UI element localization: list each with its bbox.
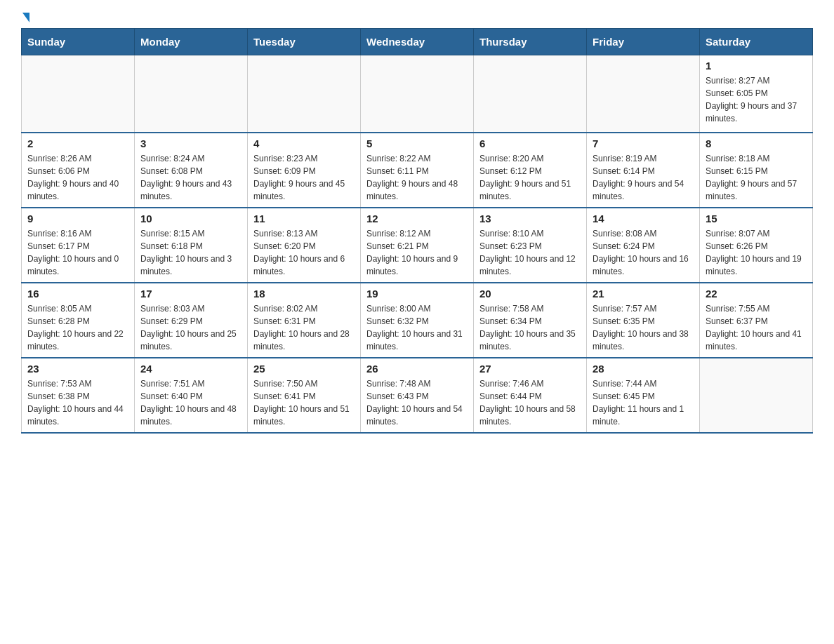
day-number: 9 [27,213,128,224]
calendar-day-cell: 2Sunrise: 8:26 AM Sunset: 6:06 PM Daylig… [22,133,135,208]
calendar-week-row: 2Sunrise: 8:26 AM Sunset: 6:06 PM Daylig… [22,133,813,208]
calendar-day-cell: 14Sunrise: 8:08 AM Sunset: 6:24 PM Dayli… [587,208,700,283]
day-number: 14 [593,213,694,224]
day-number: 13 [479,213,581,224]
calendar-table: SundayMondayTuesdayWednesdayThursdayFrid… [21,28,813,434]
day-info: Sunrise: 8:13 AM Sunset: 6:20 PM Dayligh… [253,227,355,278]
calendar-day-cell [135,55,248,133]
day-number: 26 [366,363,468,375]
day-of-week-header: Thursday [474,29,587,55]
day-of-week-header: Monday [135,29,248,55]
calendar-day-cell: 13Sunrise: 8:10 AM Sunset: 6:23 PM Dayli… [474,208,587,283]
day-number: 28 [593,363,694,375]
calendar-day-cell: 10Sunrise: 8:15 AM Sunset: 6:18 PM Dayli… [135,208,248,283]
day-info: Sunrise: 8:19 AM Sunset: 6:14 PM Dayligh… [593,152,694,203]
calendar-day-cell: 28Sunrise: 7:44 AM Sunset: 6:45 PM Dayli… [587,358,700,433]
calendar-day-cell: 24Sunrise: 7:51 AM Sunset: 6:40 PM Dayli… [135,358,248,433]
day-info: Sunrise: 8:23 AM Sunset: 6:09 PM Dayligh… [253,152,355,203]
calendar-day-cell [361,55,474,133]
calendar-day-cell: 22Sunrise: 7:55 AM Sunset: 6:37 PM Dayli… [700,283,813,358]
calendar-day-cell: 11Sunrise: 8:13 AM Sunset: 6:20 PM Dayli… [248,208,361,283]
day-info: Sunrise: 8:16 AM Sunset: 6:17 PM Dayligh… [27,227,128,278]
day-info: Sunrise: 8:03 AM Sunset: 6:29 PM Dayligh… [140,302,241,353]
calendar-week-row: 9Sunrise: 8:16 AM Sunset: 6:17 PM Daylig… [22,208,813,283]
calendar-day-cell: 23Sunrise: 7:53 AM Sunset: 6:38 PM Dayli… [22,358,135,433]
calendar-header-row: SundayMondayTuesdayWednesdayThursdayFrid… [22,29,813,55]
day-number: 10 [140,213,241,224]
calendar-day-cell [248,55,361,133]
day-number: 18 [253,288,355,300]
calendar-day-cell: 12Sunrise: 8:12 AM Sunset: 6:21 PM Dayli… [361,208,474,283]
calendar-day-cell: 17Sunrise: 8:03 AM Sunset: 6:29 PM Dayli… [135,283,248,358]
day-number: 1 [706,60,807,72]
day-number: 19 [366,288,468,300]
calendar-day-cell: 19Sunrise: 8:00 AM Sunset: 6:32 PM Dayli… [361,283,474,358]
day-number: 22 [706,288,807,300]
calendar-day-cell: 3Sunrise: 8:24 AM Sunset: 6:08 PM Daylig… [135,133,248,208]
day-of-week-header: Saturday [700,29,813,55]
day-info: Sunrise: 8:24 AM Sunset: 6:08 PM Dayligh… [140,152,241,203]
calendar-day-cell: 27Sunrise: 7:46 AM Sunset: 6:44 PM Dayli… [474,358,587,433]
day-info: Sunrise: 8:12 AM Sunset: 6:21 PM Dayligh… [366,227,468,278]
calendar-day-cell: 4Sunrise: 8:23 AM Sunset: 6:09 PM Daylig… [248,133,361,208]
day-number: 16 [27,288,128,300]
calendar-week-row: 16Sunrise: 8:05 AM Sunset: 6:28 PM Dayli… [22,283,813,358]
calendar-day-cell: 15Sunrise: 8:07 AM Sunset: 6:26 PM Dayli… [700,208,813,283]
calendar-day-cell [700,358,813,433]
calendar-day-cell [22,55,135,133]
day-number: 8 [706,137,807,149]
day-of-week-header: Sunday [22,29,135,55]
day-number: 15 [706,213,807,224]
day-info: Sunrise: 8:26 AM Sunset: 6:06 PM Dayligh… [27,152,128,203]
day-of-week-header: Tuesday [248,29,361,55]
calendar-day-cell: 6Sunrise: 8:20 AM Sunset: 6:12 PM Daylig… [474,133,587,208]
day-number: 21 [593,288,694,300]
day-info: Sunrise: 7:48 AM Sunset: 6:43 PM Dayligh… [366,377,468,428]
day-number: 3 [140,137,241,149]
calendar-week-row: 1Sunrise: 8:27 AM Sunset: 6:05 PM Daylig… [22,55,813,133]
day-number: 20 [479,288,581,300]
day-info: Sunrise: 8:22 AM Sunset: 6:11 PM Dayligh… [366,152,468,203]
day-info: Sunrise: 7:46 AM Sunset: 6:44 PM Dayligh… [479,377,581,428]
calendar-day-cell: 26Sunrise: 7:48 AM Sunset: 6:43 PM Dayli… [361,358,474,433]
day-number: 5 [366,137,468,149]
day-info: Sunrise: 8:07 AM Sunset: 6:26 PM Dayligh… [706,227,807,278]
day-number: 23 [27,363,128,375]
day-info: Sunrise: 7:53 AM Sunset: 6:38 PM Dayligh… [27,377,128,428]
day-info: Sunrise: 7:50 AM Sunset: 6:41 PM Dayligh… [253,377,355,428]
day-info: Sunrise: 7:44 AM Sunset: 6:45 PM Dayligh… [593,377,694,428]
calendar-day-cell: 25Sunrise: 7:50 AM Sunset: 6:41 PM Dayli… [248,358,361,433]
day-info: Sunrise: 7:55 AM Sunset: 6:37 PM Dayligh… [706,302,807,353]
calendar-week-row: 23Sunrise: 7:53 AM Sunset: 6:38 PM Dayli… [22,358,813,433]
day-info: Sunrise: 8:20 AM Sunset: 6:12 PM Dayligh… [479,152,581,203]
calendar-day-cell: 18Sunrise: 8:02 AM Sunset: 6:31 PM Dayli… [248,283,361,358]
calendar-day-cell: 8Sunrise: 8:18 AM Sunset: 6:15 PM Daylig… [700,133,813,208]
day-info: Sunrise: 8:00 AM Sunset: 6:32 PM Dayligh… [366,302,468,353]
calendar-day-cell: 7Sunrise: 8:19 AM Sunset: 6:14 PM Daylig… [587,133,700,208]
day-number: 25 [253,363,355,375]
calendar-day-cell: 16Sunrise: 8:05 AM Sunset: 6:28 PM Dayli… [22,283,135,358]
logo [21,14,29,21]
day-of-week-header: Friday [587,29,700,55]
page-header [21,14,813,21]
day-number: 12 [366,213,468,224]
day-number: 6 [479,137,581,149]
calendar-day-cell: 5Sunrise: 8:22 AM Sunset: 6:11 PM Daylig… [361,133,474,208]
calendar-day-cell: 20Sunrise: 7:58 AM Sunset: 6:34 PM Dayli… [474,283,587,358]
day-info: Sunrise: 8:02 AM Sunset: 6:31 PM Dayligh… [253,302,355,353]
day-number: 17 [140,288,241,300]
day-number: 27 [479,363,581,375]
calendar-day-cell: 21Sunrise: 7:57 AM Sunset: 6:35 PM Dayli… [587,283,700,358]
day-info: Sunrise: 7:58 AM Sunset: 6:34 PM Dayligh… [479,302,581,353]
day-of-week-header: Wednesday [361,29,474,55]
day-number: 2 [27,137,128,149]
day-info: Sunrise: 8:08 AM Sunset: 6:24 PM Dayligh… [593,227,694,278]
calendar-day-cell: 1Sunrise: 8:27 AM Sunset: 6:05 PM Daylig… [700,55,813,133]
day-info: Sunrise: 8:05 AM Sunset: 6:28 PM Dayligh… [27,302,128,353]
day-info: Sunrise: 8:15 AM Sunset: 6:18 PM Dayligh… [140,227,241,278]
day-info: Sunrise: 7:51 AM Sunset: 6:40 PM Dayligh… [140,377,241,428]
day-number: 7 [593,137,694,149]
calendar-day-cell [587,55,700,133]
day-info: Sunrise: 8:18 AM Sunset: 6:15 PM Dayligh… [706,152,807,203]
day-number: 11 [253,213,355,224]
